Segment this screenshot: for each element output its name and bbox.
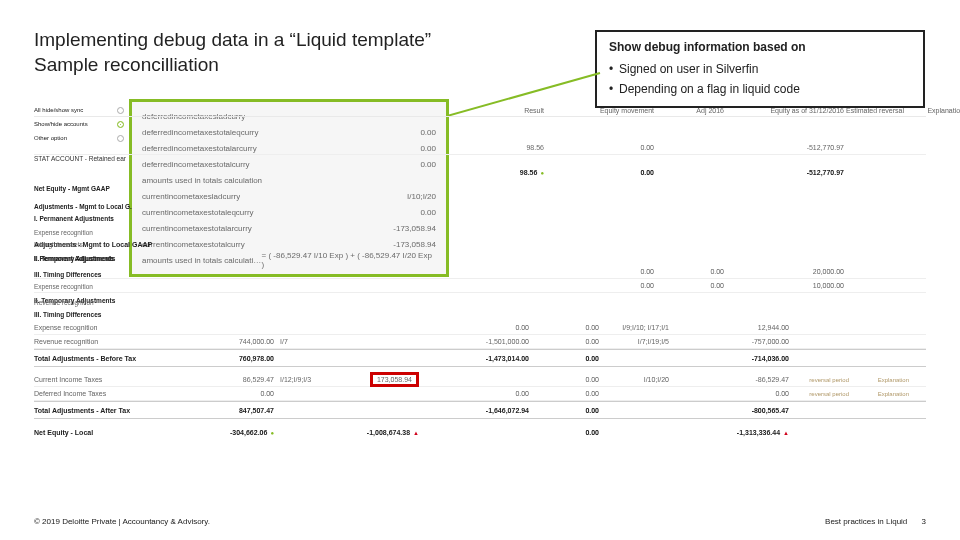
table-row: 98.56 0.00 -512,770.97 xyxy=(34,165,926,179)
slide-title-line2: Sample reconcilliation xyxy=(34,54,219,75)
table-header: Result Equity movement Adj 2016 Equity a… xyxy=(34,99,926,117)
explanation-link[interactable]: Explanation xyxy=(878,377,909,383)
table-row: 98.56 0.00 -512,770.97 xyxy=(34,141,926,155)
total-row: Total Adjustments - Before Tax 760,978.0… xyxy=(34,349,926,367)
reversal-link[interactable]: reversal period xyxy=(809,391,849,397)
page-number: 3 xyxy=(922,517,926,526)
row-label-intangible: Intangible assets xyxy=(34,241,83,248)
table-row: Current Income Taxes 86,529.47 I/12;I/9;… xyxy=(34,373,926,387)
row-label-expense: Expense recognition xyxy=(34,229,93,236)
callout-heading: Show debug information based on xyxy=(609,40,911,54)
col-result: Result xyxy=(454,107,544,114)
section-label: I. Permanent Adjustments xyxy=(34,251,926,265)
row-label-netequity: Net Equity - Mgmt GAAP xyxy=(34,185,110,192)
explanation-link[interactable]: Explanation xyxy=(878,391,909,397)
col-adj: Adj 2016 xyxy=(654,107,724,114)
table-row: 0.00 0.00 10,000.00 xyxy=(34,279,926,293)
row-label-adjustments: Adjustments - Mgmt to Local G. xyxy=(34,203,132,210)
row-label-timing: III. Timing Differences xyxy=(34,271,101,278)
section-label: Adjustments - Mgmt to Local GAAP xyxy=(34,237,926,251)
callout-box: Show debug information based on Signed o… xyxy=(595,30,925,108)
col-estimated: Estimated reversal xyxy=(844,107,904,114)
row-label-perm: I. Permanent Adjustments xyxy=(34,215,114,222)
table-row: Net Equity - Local -304,662.06 -1,008,67… xyxy=(34,425,926,439)
table-row: Revenue recognition 744,000.00 I/7 -1,50… xyxy=(34,335,926,349)
total-row: Total Adjustments - After Tax 847,507.47… xyxy=(34,401,926,419)
table-row: Expense recognition 0.00 0.00 I/9;I/10; … xyxy=(34,321,926,335)
callout-bullet-2: Depending on a flag in liquid code xyxy=(609,82,911,96)
section-label: III. Timing Differences xyxy=(34,307,926,321)
footer-doc-title: Best practices in Liquid xyxy=(825,517,907,526)
section-label: II. Temporary Adjustments xyxy=(34,293,926,307)
table-row: 0.00 0.00 20,000.00 xyxy=(34,265,926,279)
reversal-link[interactable]: reversal period xyxy=(809,377,849,383)
row-label-expense2: Expense recognition xyxy=(34,283,93,290)
footer-copyright: © 2019 Deloitte Private | Accountancy & … xyxy=(34,517,210,526)
callout-bullet-1: Signed on user in Silverfin xyxy=(609,62,911,76)
row-label-stat: STAT ACCOUNT - Retained ear xyxy=(34,155,126,162)
col-equity-as-of: Equity as of 31/12/2016 xyxy=(724,107,844,114)
slide-title-line1: Implementing debug data in a “Liquid tem… xyxy=(34,29,431,50)
col-equity-mov: Equity movement xyxy=(544,107,654,114)
row-label-revenue: Revenue recognition xyxy=(34,299,94,306)
highlight-red-box: 173,058.94 xyxy=(370,372,419,387)
table-row: Deferred Income Taxes 0.00 0.00 0.00 0.0… xyxy=(34,387,926,401)
row-label-temp: II. Temporary Adjustments xyxy=(34,255,115,262)
col-explanation: Explanation xyxy=(904,107,960,114)
